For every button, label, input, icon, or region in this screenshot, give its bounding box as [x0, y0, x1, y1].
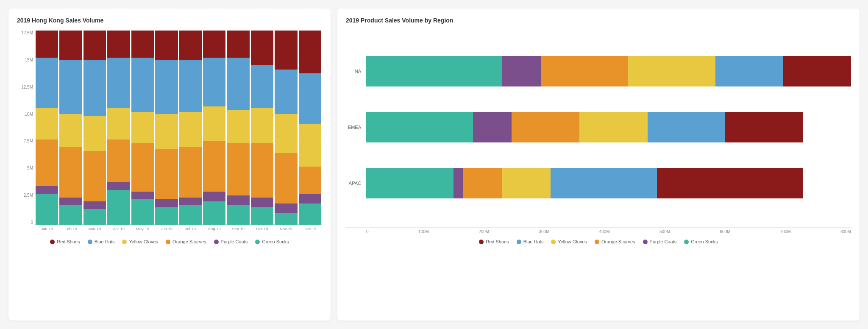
region-label-na: NA	[346, 69, 361, 74]
right-legend-dot-purple	[643, 240, 648, 244]
h-seg-apac-purple	[453, 168, 463, 198]
x-label-nov: Nov 19	[275, 226, 297, 234]
y-label-7: 0	[31, 220, 33, 225]
y-label-2: 12.5M	[21, 85, 33, 89]
right-legend-dot-teal	[684, 240, 689, 244]
bars-grid	[35, 31, 322, 225]
right-legend-dot-blue	[517, 240, 521, 244]
bar-group-may	[131, 31, 154, 225]
x-label-500: 500M	[659, 229, 670, 234]
bar-group-dec	[299, 31, 321, 225]
bar-group-jan	[36, 31, 58, 225]
h-seg-apac-orange	[463, 168, 502, 198]
h-bar-row-na: NA	[346, 56, 851, 86]
right-legend-label-blue: Blue Hats	[523, 239, 544, 244]
h-seg-apac-red	[657, 168, 802, 198]
bar-group-aug	[203, 31, 225, 225]
legend-blue-hats: Blue Hats	[88, 239, 115, 244]
h-seg-apac-blue	[551, 168, 657, 198]
bar-group-feb	[59, 31, 82, 225]
bar-group-sep	[227, 31, 249, 225]
right-chart-card: 2019 Product Sales Volume by Region NA E…	[337, 8, 860, 321]
right-legend: Red Shoes Blue Hats Yellow Gloves Orange…	[346, 239, 851, 244]
legend-dot-red	[50, 240, 55, 244]
legend-dot-teal	[255, 240, 260, 244]
h-seg-emea-red	[725, 112, 803, 142]
right-legend-label-orange: Orange Scarves	[601, 239, 635, 244]
right-legend-blue-hats: Blue Hats	[517, 239, 544, 244]
h-bar-na	[366, 56, 851, 86]
legend-yellow-gloves: Yellow Gloves	[122, 239, 158, 244]
h-seg-na-purple	[502, 56, 541, 86]
x-label-jan: Jan 19	[36, 226, 58, 234]
x-label-dec: Dec 19	[299, 226, 321, 234]
h-seg-apac-yellow	[502, 168, 550, 198]
legend-green-socks: Green Socks	[255, 239, 289, 244]
region-label-apac: APAC	[346, 181, 361, 186]
right-x-axis: 0 100M 200M 300M 400M 500M 600M 700M 800…	[346, 227, 851, 234]
bar-group-apr	[107, 31, 130, 225]
bar-group-jun	[155, 31, 178, 225]
h-bar-emea	[366, 112, 851, 142]
x-label-0: 0	[366, 229, 369, 234]
x-label-100: 100M	[418, 229, 429, 234]
right-chart-title: 2019 Product Sales Volume by Region	[346, 17, 851, 24]
x-axis-labels: Jan 19 Feb 19 Mar 19 Apr 19 May 19 Jun 1…	[35, 225, 322, 234]
legend-label-blue: Blue Hats	[95, 239, 115, 244]
x-label-jun: Jun 19	[155, 226, 178, 234]
bar-group-nov	[275, 31, 297, 225]
x-label-aug: Aug 19	[203, 226, 225, 234]
right-legend-orange-scarves: Orange Scarves	[595, 239, 635, 244]
legend-dot-orange	[166, 240, 170, 244]
x-label-700: 700M	[780, 229, 791, 234]
legend-dot-yellow	[122, 240, 127, 244]
h-bars-section: NA EMEA	[346, 31, 851, 227]
h-seg-emea-purple	[473, 112, 512, 142]
x-label-jul: Jul 19	[179, 226, 202, 234]
x-label-800: 800M	[840, 229, 851, 234]
right-legend-label-purple: Purple Coats	[650, 239, 677, 244]
h-seg-emea-teal	[366, 112, 473, 142]
right-legend-red-shoes: Red Shoes	[479, 239, 509, 244]
right-legend-label-yellow: Yellow Gloves	[558, 239, 587, 244]
right-legend-dot-orange	[595, 240, 599, 244]
h-seg-apac-teal	[366, 168, 453, 198]
right-legend-label-red: Red Shoes	[486, 239, 509, 244]
legend-red-shoes: Red Shoes	[50, 239, 80, 244]
left-chart-card: 2019 Hong Kong Sales Volume 17.5M 15M 12…	[8, 8, 331, 321]
x-label-400: 400M	[599, 229, 610, 234]
legend-purple-coats: Purple Coats	[214, 239, 248, 244]
y-label-4: 7.5M	[24, 139, 33, 143]
h-bar-apac	[366, 168, 851, 198]
h-seg-emea-yellow	[579, 112, 647, 142]
y-label-6: 2.5M	[24, 193, 33, 198]
right-legend-yellow-gloves: Yellow Gloves	[551, 239, 587, 244]
x-label-oct: Oct 19	[251, 226, 273, 234]
bar-group-oct	[251, 31, 273, 225]
x-label-may: May 19	[131, 226, 154, 234]
region-label-emea: EMEA	[346, 125, 361, 130]
legend-dot-purple	[214, 240, 219, 244]
bar-group-mar	[83, 31, 106, 225]
h-bar-row-apac: APAC	[346, 168, 851, 198]
h-bar-row-emea: EMEA	[346, 112, 851, 142]
x-label-600: 600M	[720, 229, 730, 234]
x-label-apr: Apr 19	[107, 226, 130, 234]
legend-label-purple: Purple Coats	[221, 239, 248, 244]
legend-label-teal: Green Socks	[262, 239, 289, 244]
y-label-1: 15M	[25, 58, 33, 62]
left-legend: Red Shoes Blue Hats Yellow Gloves Orange…	[17, 239, 322, 244]
right-legend-green-socks: Green Socks	[684, 239, 718, 244]
h-seg-na-blue	[715, 56, 783, 86]
x-label-sep: Sep 19	[227, 226, 249, 234]
left-chart-title: 2019 Hong Kong Sales Volume	[17, 17, 322, 24]
h-seg-emea-orange	[512, 112, 579, 142]
legend-dot-blue	[88, 240, 92, 244]
y-label-5: 5M	[27, 166, 33, 170]
h-seg-na-teal	[366, 56, 502, 86]
h-seg-emea-blue	[648, 112, 725, 142]
h-seg-na-orange	[541, 56, 628, 86]
x-label-mar: Mar 19	[83, 226, 106, 234]
bar-group-jul	[179, 31, 202, 225]
right-legend-dot-yellow	[551, 240, 556, 244]
